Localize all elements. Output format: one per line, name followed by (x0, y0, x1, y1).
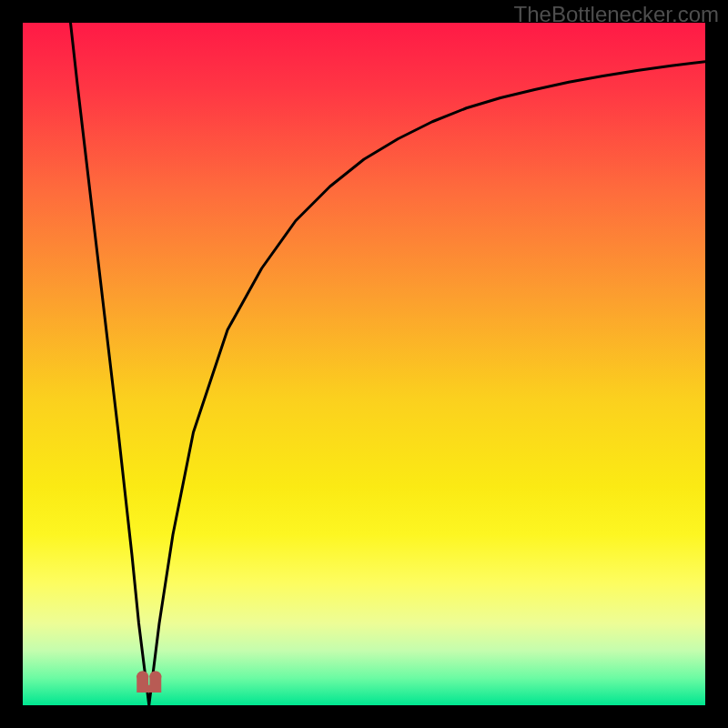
gradient-background (23, 23, 705, 705)
plot-svg (23, 23, 705, 705)
plot-area (23, 23, 705, 705)
chart-frame: TheBottlenecker.com (0, 0, 728, 728)
